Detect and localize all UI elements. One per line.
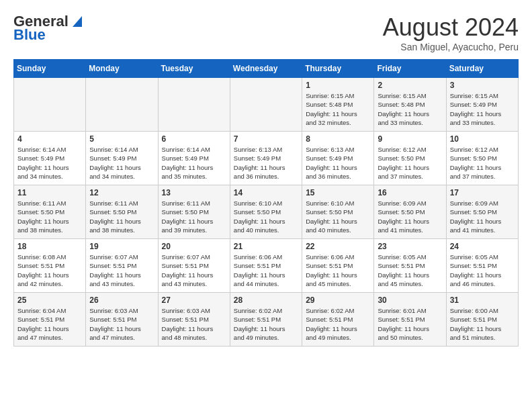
header-cell-monday: Monday: [86, 60, 158, 78]
calendar-cell: 20Sunrise: 6:07 AM Sunset: 5:51 PM Dayli…: [158, 239, 230, 293]
day-info: Sunrise: 6:11 AM Sunset: 5:50 PM Dayligh…: [17, 199, 82, 234]
week-row-2: 4Sunrise: 6:14 AM Sunset: 5:49 PM Daylig…: [14, 132, 519, 185]
week-row-3: 11Sunrise: 6:11 AM Sunset: 5:50 PM Dayli…: [14, 185, 519, 239]
day-info: Sunrise: 6:14 AM Sunset: 5:49 PM Dayligh…: [162, 145, 226, 181]
day-number: 5: [89, 134, 154, 144]
day-number: 4: [17, 134, 82, 144]
day-number: 30: [378, 295, 442, 305]
calendar-cell: 22Sunrise: 6:06 AM Sunset: 5:51 PM Dayli…: [302, 239, 374, 293]
svg-marker-0: [73, 16, 82, 27]
day-info: Sunrise: 6:13 AM Sunset: 5:49 PM Dayligh…: [306, 145, 370, 181]
header-cell-thursday: Thursday: [302, 60, 374, 78]
day-number: 9: [378, 134, 442, 144]
logo-text-blue: Blue: [13, 27, 46, 43]
calendar-cell: 16Sunrise: 6:09 AM Sunset: 5:50 PM Dayli…: [374, 185, 446, 239]
calendar-cell: 5Sunrise: 6:14 AM Sunset: 5:49 PM Daylig…: [86, 132, 158, 185]
calendar-cell: 27Sunrise: 6:03 AM Sunset: 5:51 PM Dayli…: [158, 293, 230, 347]
day-number: 18: [17, 242, 82, 251]
day-info: Sunrise: 6:15 AM Sunset: 5:48 PM Dayligh…: [306, 91, 370, 127]
day-info: Sunrise: 6:15 AM Sunset: 5:49 PM Dayligh…: [450, 91, 515, 127]
day-number: 8: [306, 134, 370, 144]
day-number: 1: [306, 81, 370, 90]
day-info: Sunrise: 6:02 AM Sunset: 5:51 PM Dayligh…: [306, 306, 370, 342]
calendar-cell: [230, 78, 302, 132]
calendar-cell: 25Sunrise: 6:04 AM Sunset: 5:51 PM Dayli…: [14, 293, 86, 347]
day-number: 16: [378, 188, 442, 197]
calendar-header: SundayMondayTuesdayWednesdayThursdayFrid…: [14, 60, 519, 78]
day-number: 6: [162, 134, 226, 144]
day-info: Sunrise: 6:11 AM Sunset: 5:50 PM Dayligh…: [89, 199, 154, 234]
header-cell-friday: Friday: [374, 60, 446, 78]
day-info: Sunrise: 6:10 AM Sunset: 5:50 PM Dayligh…: [306, 199, 370, 234]
day-info: Sunrise: 6:11 AM Sunset: 5:50 PM Dayligh…: [162, 199, 226, 234]
calendar-cell: 6Sunrise: 6:14 AM Sunset: 5:49 PM Daylig…: [158, 132, 230, 185]
header-cell-wednesday: Wednesday: [230, 60, 302, 78]
month-title: August 2024: [383, 13, 519, 42]
calendar-cell: 26Sunrise: 6:03 AM Sunset: 5:51 PM Dayli…: [86, 293, 158, 347]
calendar-cell: [86, 78, 158, 132]
day-number: 26: [89, 295, 154, 305]
day-info: Sunrise: 6:15 AM Sunset: 5:48 PM Dayligh…: [378, 91, 442, 127]
header-cell-sunday: Sunday: [14, 60, 86, 78]
day-number: 14: [234, 188, 298, 197]
calendar-cell: 9Sunrise: 6:12 AM Sunset: 5:50 PM Daylig…: [374, 132, 446, 185]
calendar-cell: [14, 78, 86, 132]
day-info: Sunrise: 6:04 AM Sunset: 5:51 PM Dayligh…: [17, 306, 82, 342]
day-info: Sunrise: 6:14 AM Sunset: 5:49 PM Dayligh…: [17, 145, 82, 181]
day-number: 2: [378, 81, 442, 90]
day-info: Sunrise: 6:07 AM Sunset: 5:51 PM Dayligh…: [162, 253, 226, 288]
day-number: 3: [450, 81, 515, 90]
calendar-cell: 23Sunrise: 6:05 AM Sunset: 5:51 PM Dayli…: [374, 239, 446, 293]
week-row-4: 18Sunrise: 6:08 AM Sunset: 5:51 PM Dayli…: [14, 239, 519, 293]
day-number: 7: [234, 134, 298, 144]
day-number: 25: [17, 295, 82, 305]
day-number: 27: [162, 295, 226, 305]
calendar-cell: 24Sunrise: 6:05 AM Sunset: 5:51 PM Dayli…: [446, 239, 518, 293]
calendar-cell: 13Sunrise: 6:11 AM Sunset: 5:50 PM Dayli…: [158, 185, 230, 239]
calendar-cell: [158, 78, 230, 132]
day-number: 23: [378, 242, 442, 251]
calendar-cell: 4Sunrise: 6:14 AM Sunset: 5:49 PM Daylig…: [14, 132, 86, 185]
day-number: 12: [89, 188, 154, 197]
calendar-cell: 2Sunrise: 6:15 AM Sunset: 5:48 PM Daylig…: [374, 78, 446, 132]
calendar-cell: 17Sunrise: 6:09 AM Sunset: 5:50 PM Dayli…: [446, 185, 518, 239]
day-number: 22: [306, 242, 370, 251]
calendar-cell: 28Sunrise: 6:02 AM Sunset: 5:51 PM Dayli…: [230, 293, 302, 347]
header-row: SundayMondayTuesdayWednesdayThursdayFrid…: [14, 60, 519, 78]
day-info: Sunrise: 6:07 AM Sunset: 5:51 PM Dayligh…: [89, 253, 154, 288]
day-number: 10: [450, 134, 515, 144]
calendar-cell: 3Sunrise: 6:15 AM Sunset: 5:49 PM Daylig…: [446, 78, 518, 132]
calendar-cell: 18Sunrise: 6:08 AM Sunset: 5:51 PM Dayli…: [14, 239, 86, 293]
day-info: Sunrise: 6:14 AM Sunset: 5:49 PM Dayligh…: [89, 145, 154, 181]
day-number: 31: [450, 295, 515, 305]
day-number: 19: [89, 242, 154, 251]
day-info: Sunrise: 6:00 AM Sunset: 5:51 PM Dayligh…: [450, 306, 515, 342]
logo: General Blue: [13, 13, 82, 43]
day-info: Sunrise: 6:10 AM Sunset: 5:50 PM Dayligh…: [234, 199, 298, 234]
day-info: Sunrise: 6:08 AM Sunset: 5:51 PM Dayligh…: [17, 253, 82, 288]
calendar-table: SundayMondayTuesdayWednesdayThursdayFrid…: [13, 59, 519, 347]
day-info: Sunrise: 6:03 AM Sunset: 5:51 PM Dayligh…: [89, 306, 154, 342]
day-number: 24: [450, 242, 515, 251]
calendar-cell: 1Sunrise: 6:15 AM Sunset: 5:48 PM Daylig…: [302, 78, 374, 132]
day-info: Sunrise: 6:12 AM Sunset: 5:50 PM Dayligh…: [378, 145, 442, 181]
day-info: Sunrise: 6:03 AM Sunset: 5:51 PM Dayligh…: [162, 306, 226, 342]
day-info: Sunrise: 6:12 AM Sunset: 5:50 PM Dayligh…: [450, 145, 515, 181]
day-number: 29: [306, 295, 370, 305]
calendar-cell: 11Sunrise: 6:11 AM Sunset: 5:50 PM Dayli…: [14, 185, 86, 239]
day-number: 28: [234, 295, 298, 305]
day-number: 21: [234, 242, 298, 251]
day-number: 13: [162, 188, 226, 197]
week-row-1: 1Sunrise: 6:15 AM Sunset: 5:48 PM Daylig…: [14, 78, 519, 132]
day-info: Sunrise: 6:13 AM Sunset: 5:49 PM Dayligh…: [234, 145, 298, 181]
page-header: General Blue August 2024 San Miguel, Aya…: [13, 13, 519, 52]
calendar-cell: 29Sunrise: 6:02 AM Sunset: 5:51 PM Dayli…: [302, 293, 374, 347]
day-info: Sunrise: 6:09 AM Sunset: 5:50 PM Dayligh…: [378, 199, 442, 234]
calendar-cell: 31Sunrise: 6:00 AM Sunset: 5:51 PM Dayli…: [446, 293, 518, 347]
day-info: Sunrise: 6:06 AM Sunset: 5:51 PM Dayligh…: [306, 253, 370, 288]
calendar-cell: 19Sunrise: 6:07 AM Sunset: 5:51 PM Dayli…: [86, 239, 158, 293]
calendar-cell: 30Sunrise: 6:01 AM Sunset: 5:51 PM Dayli…: [374, 293, 446, 347]
calendar-cell: 12Sunrise: 6:11 AM Sunset: 5:50 PM Dayli…: [86, 185, 158, 239]
title-area: August 2024 San Miguel, Ayacucho, Peru: [383, 13, 519, 52]
header-cell-saturday: Saturday: [446, 60, 518, 78]
